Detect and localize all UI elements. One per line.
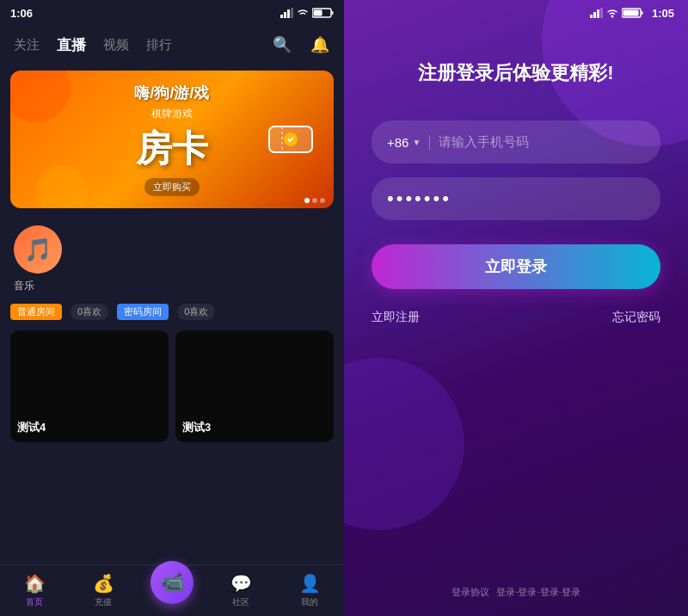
nav-item-rank[interactable]: 排行 bbox=[146, 37, 172, 53]
bottom-nav: 🏠 首页 💰 充值 📹 💬 社区 👤 我的 bbox=[0, 564, 344, 616]
room-likes-2: 0喜欢 bbox=[177, 304, 215, 320]
right-panel: 1:05 注册登录后体验更精彩! +86 ▼ 请输入手机号码 ••••••• 立… bbox=[344, 0, 688, 616]
banner-main-text: 房卡 bbox=[134, 125, 209, 173]
time-right: 1:05 bbox=[652, 7, 674, 20]
signal-icon-right bbox=[590, 8, 603, 18]
room-grid: 测试4 测试3 bbox=[0, 323, 344, 564]
chevron-down-icon: ▼ bbox=[412, 138, 421, 147]
password-dots: ••••••• bbox=[387, 188, 452, 210]
room-card-label-1: 测试4 bbox=[17, 420, 46, 435]
forgot-password-link[interactable]: 忘记密码 bbox=[612, 310, 660, 325]
nav-bar: 关注 直播 视频 排行 🔍 🔔 bbox=[0, 26, 344, 64]
time-left: 1:06 bbox=[10, 7, 33, 20]
password-input-row[interactable]: ••••••• bbox=[372, 177, 660, 220]
community-icon: 💬 bbox=[230, 573, 252, 594]
profile-icon: 👤 bbox=[299, 573, 321, 594]
recharge-label: 充值 bbox=[95, 596, 112, 608]
room-card-2[interactable]: 测试3 bbox=[175, 330, 334, 442]
nav-camera[interactable]: 📹 bbox=[138, 578, 206, 604]
room-filter: 普通房间 0喜欢 密码房间 0喜欢 bbox=[0, 300, 344, 323]
community-label: 社区 bbox=[232, 596, 249, 608]
music-icon[interactable]: 🎵 bbox=[14, 225, 62, 274]
svg-rect-3 bbox=[291, 8, 293, 18]
room-tag-normal[interactable]: 普通房间 bbox=[10, 304, 62, 320]
svg-rect-1 bbox=[284, 12, 286, 18]
battery-icon-right bbox=[622, 8, 643, 18]
home-label: 首页 bbox=[26, 596, 43, 608]
wifi-icon-right bbox=[606, 8, 618, 18]
room-tag-password[interactable]: 密码房间 bbox=[117, 304, 169, 320]
login-container: 注册登录后体验更精彩! +86 ▼ 请输入手机号码 ••••••• 立即登录 立… bbox=[344, 26, 688, 616]
phone-input-row[interactable]: +86 ▼ 请输入手机号码 bbox=[372, 120, 660, 163]
nav-recharge[interactable]: 💰 充值 bbox=[69, 573, 138, 608]
status-icons-right: 1:05 bbox=[590, 7, 674, 20]
recharge-icon: 💰 bbox=[93, 573, 114, 594]
music-section: 🎵 音乐 bbox=[0, 215, 344, 300]
svg-rect-2 bbox=[287, 9, 290, 18]
status-bar-left: 1:06 bbox=[0, 0, 344, 26]
login-links: 立即注册 忘记密码 bbox=[372, 310, 660, 325]
banner-top-text: 嗨/狗/游/戏 bbox=[134, 83, 209, 103]
login-title: 注册登录后体验更精彩! bbox=[418, 60, 613, 86]
svg-rect-12 bbox=[600, 8, 603, 18]
nav-community[interactable]: 💬 社区 bbox=[206, 573, 275, 608]
svg-rect-5 bbox=[332, 11, 334, 15]
nav-item-follow[interactable]: 关注 bbox=[14, 37, 40, 53]
music-label: 音乐 bbox=[14, 279, 34, 293]
room-card-label-2: 测试3 bbox=[182, 420, 211, 435]
login-button[interactable]: 立即登录 bbox=[372, 244, 660, 289]
nav-profile[interactable]: 👤 我的 bbox=[275, 573, 344, 608]
room-card-1[interactable]: 测试4 bbox=[10, 330, 169, 442]
svg-rect-10 bbox=[593, 12, 596, 18]
ticket-icon bbox=[265, 114, 316, 165]
left-panel: 1:06 关注 直播 视频 排行 🔍 bbox=[0, 0, 344, 616]
nav-item-video[interactable]: 视频 bbox=[103, 37, 129, 53]
nav-home[interactable]: 🏠 首页 bbox=[0, 573, 69, 608]
banner-buy-btn[interactable]: 立即购买 bbox=[144, 178, 200, 196]
phone-placeholder: 请输入手机号码 bbox=[439, 134, 529, 151]
camera-icon: 📹 bbox=[150, 561, 194, 604]
banner[interactable]: 嗨/狗/游/戏 棋牌游戏 房卡 立即购买 bbox=[10, 71, 334, 208]
svg-point-13 bbox=[611, 15, 613, 18]
phone-code[interactable]: +86 ▼ bbox=[387, 135, 430, 150]
search-icon[interactable]: 🔍 bbox=[272, 34, 292, 55]
svg-rect-11 bbox=[597, 9, 599, 18]
bottom-text: 登录协议 登录·登录·登录·登录 bbox=[344, 586, 688, 599]
bottom-text-1[interactable]: 登录协议 bbox=[452, 586, 489, 599]
bell-icon[interactable]: 🔔 bbox=[310, 34, 330, 55]
status-icons-left bbox=[280, 8, 334, 18]
svg-rect-16 bbox=[623, 10, 638, 16]
svg-rect-0 bbox=[280, 15, 283, 18]
bottom-text-2: 登录·登录·登录·登录 bbox=[496, 586, 580, 599]
profile-label: 我的 bbox=[301, 596, 318, 608]
banner-dots bbox=[304, 198, 325, 203]
battery-icon bbox=[312, 8, 334, 18]
room-likes-1: 0喜欢 bbox=[71, 304, 108, 320]
signal-icon bbox=[280, 8, 293, 18]
svg-rect-15 bbox=[641, 11, 642, 15]
status-bar-right: 1:05 bbox=[344, 0, 688, 26]
banner-sub-text: 棋牌游戏 bbox=[134, 107, 209, 121]
svg-rect-9 bbox=[590, 15, 593, 18]
home-icon: 🏠 bbox=[24, 573, 46, 594]
banner-content: 嗨/狗/游/戏 棋牌游戏 房卡 立即购买 bbox=[134, 83, 209, 196]
nav-item-live[interactable]: 直播 bbox=[57, 35, 86, 55]
register-link[interactable]: 立即注册 bbox=[372, 310, 420, 325]
svg-rect-6 bbox=[314, 10, 322, 16]
wifi-icon bbox=[297, 8, 309, 18]
